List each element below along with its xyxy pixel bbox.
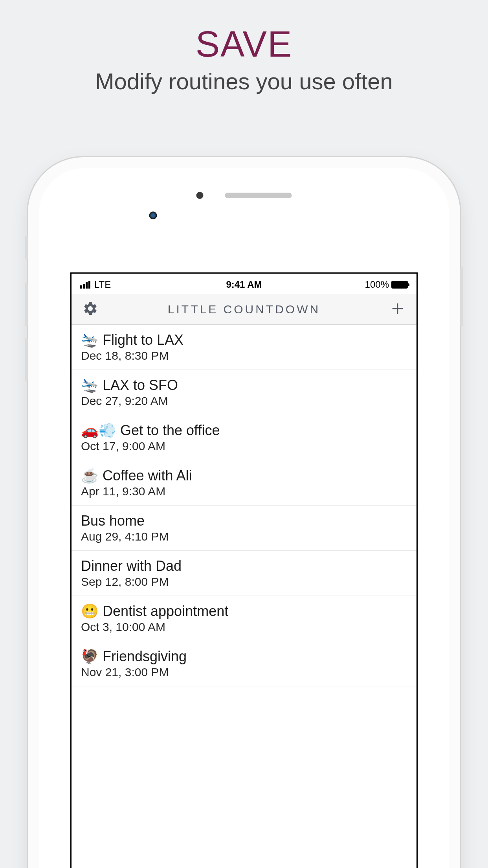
device-side-button [25, 283, 28, 326]
gear-icon [83, 301, 98, 316]
carrier-label: LTE [94, 279, 111, 290]
device-speaker [225, 193, 292, 198]
list-item[interactable]: 🛬 LAX to SFODec 27, 9:20 AM [72, 370, 416, 415]
status-bar: LTE 9:41 AM 100% [72, 274, 416, 294]
device-notch [196, 192, 292, 199]
event-date: Dec 27, 9:20 AM [81, 394, 407, 408]
event-date: Oct 3, 10:00 AM [81, 620, 407, 634]
list-item[interactable]: Dinner with DadSep 12, 8:00 PM [72, 551, 416, 596]
battery-text: 100% [365, 279, 389, 290]
event-date: Nov 21, 3:00 PM [81, 666, 407, 679]
signal-icon [80, 281, 90, 289]
event-title: Bus home [81, 513, 407, 529]
event-title: 🚗💨 Get to the office [81, 422, 407, 439]
event-date: Apr 11, 9:30 AM [81, 485, 407, 498]
event-date: Sep 12, 8:00 PM [81, 575, 407, 588]
event-title: 🛬 LAX to SFO [81, 377, 407, 394]
event-list: 🛬 Flight to LAXDec 18, 8:30 PM🛬 LAX to S… [72, 325, 416, 686]
screen: LTE 9:41 AM 100% LITTLE COUNTDOWN [70, 272, 418, 868]
device-camera [149, 211, 157, 219]
list-item[interactable]: 🛬 Flight to LAXDec 18, 8:30 PM [72, 325, 416, 370]
promo-subtitle: Modify routines you use often [0, 68, 488, 94]
nav-bar: LITTLE COUNTDOWN [72, 294, 416, 325]
event-title: ☕ Coffee with Ali [81, 467, 407, 484]
list-item[interactable]: Bus homeAug 29, 4:10 PM [72, 506, 416, 551]
event-date: Dec 18, 8:30 PM [81, 349, 407, 362]
event-title: 🛬 Flight to LAX [81, 332, 407, 348]
promo-title: SAVE [0, 24, 488, 65]
add-button[interactable] [390, 301, 405, 318]
device-sensor [196, 192, 204, 199]
battery-icon [391, 281, 408, 289]
device-side-button [460, 267, 463, 326]
event-title: Dinner with Dad [81, 558, 407, 574]
event-date: Oct 17, 9:00 AM [81, 440, 407, 453]
nav-title: LITTLE COUNTDOWN [168, 303, 320, 316]
event-title: 🦃 Friendsgiving [81, 648, 407, 665]
device-frame: LTE 9:41 AM 100% LITTLE COUNTDOWN [28, 157, 460, 868]
settings-button[interactable] [83, 301, 98, 318]
status-left: LTE [80, 279, 111, 290]
plus-icon [390, 301, 405, 316]
device-side-button [25, 236, 28, 259]
status-right: 100% [365, 279, 408, 290]
promo-header: SAVE Modify routines you use often [0, 0, 488, 94]
event-title: 😬 Dentist appointment [81, 603, 407, 620]
list-item[interactable]: 🚗💨 Get to the officeOct 17, 9:00 AM [72, 415, 416, 460]
list-item[interactable]: 🦃 FriendsgivingNov 21, 3:00 PM [72, 641, 416, 686]
event-date: Aug 29, 4:10 PM [81, 530, 407, 543]
status-time: 9:41 AM [226, 279, 262, 290]
device-inner: LTE 9:41 AM 100% LITTLE COUNTDOWN [39, 168, 449, 868]
list-item[interactable]: 😬 Dentist appointmentOct 3, 10:00 AM [72, 596, 416, 641]
list-item[interactable]: ☕ Coffee with AliApr 11, 9:30 AM [72, 460, 416, 506]
device-side-button [25, 338, 28, 381]
